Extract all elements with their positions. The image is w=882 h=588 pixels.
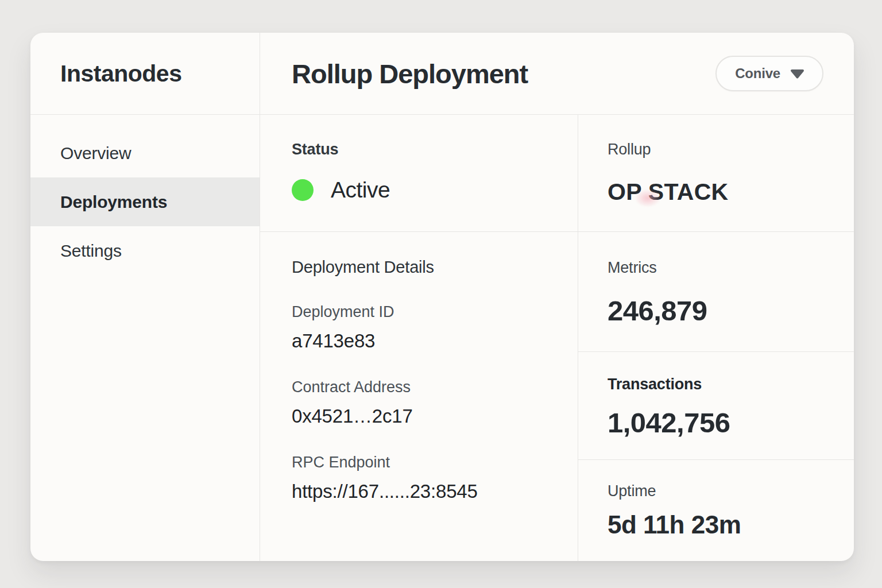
status-row: Active — [292, 177, 578, 203]
transactions-value: 1,042,756 — [608, 405, 854, 440]
sidebar: Overview Deployments Settings — [30, 115, 260, 561]
status-value: Active — [331, 177, 390, 203]
app-window: Instanodes Rollup Deployment Conive Over… — [30, 33, 854, 561]
network-selector-button[interactable]: Conive — [715, 56, 823, 91]
header-row: Instanodes Rollup Deployment Conive — [30, 33, 854, 115]
metrics-label: Metrics — [608, 258, 854, 277]
rollup-label: Rollup — [608, 140, 854, 159]
deployment-details-section: Deployment Details Deployment ID a7413e8… — [260, 232, 578, 503]
status-section: Status Active — [260, 115, 578, 232]
transactions-section: Transactions 1,042,756 — [578, 352, 854, 460]
deployment-details-title: Deployment Details — [292, 257, 578, 277]
sidebar-item-settings[interactable]: Settings — [30, 226, 260, 275]
status-label: Status — [292, 140, 578, 159]
sidebar-item-label: Settings — [60, 241, 122, 261]
rollup-value: OP STACK — [608, 177, 854, 206]
brand-cell: Instanodes — [30, 33, 260, 114]
metrics-section: Metrics 246,879 — [578, 232, 854, 352]
transactions-label: Transactions — [608, 375, 854, 394]
sidebar-item-label: Overview — [60, 144, 131, 163]
status-indicator-dot — [292, 179, 314, 201]
stats-column: Rollup OP STACK Metrics 246,879 Transact… — [578, 115, 854, 561]
uptime-value: 5d 11h 23m — [608, 510, 854, 540]
chevron-down-icon — [790, 68, 805, 79]
page-title: Rollup Deployment — [292, 58, 528, 90]
sidebar-item-label: Deployments — [60, 192, 167, 212]
deployment-id-label: Deployment ID — [292, 303, 578, 322]
header-main: Rollup Deployment Conive — [260, 33, 854, 114]
deployment-id-value: a7413e83 — [292, 330, 578, 353]
rpc-endpoint-value: https://167......23:8545 — [292, 480, 578, 503]
rollup-section: Rollup OP STACK — [578, 115, 854, 232]
rpc-endpoint-label: RPC Endpoint — [292, 453, 578, 472]
uptime-section: Uptime 5d 11h 23m — [578, 460, 854, 561]
contract-address-label: Contract Address — [292, 378, 578, 397]
metrics-value: 246,879 — [608, 293, 854, 328]
body-row: Overview Deployments Settings Status Act… — [30, 115, 854, 561]
sidebar-item-overview[interactable]: Overview — [30, 129, 260, 177]
brand-logo: Instanodes — [60, 60, 181, 87]
contract-address-value: 0x4521…2c17 — [292, 405, 578, 428]
sidebar-item-deployments[interactable]: Deployments — [30, 177, 260, 226]
uptime-label: Uptime — [608, 482, 854, 501]
deployment-id-field: Deployment ID a7413e83 — [292, 303, 578, 353]
network-selector-label: Conive — [735, 65, 780, 82]
contract-address-field: Contract Address 0x4521…2c17 — [292, 378, 578, 428]
rpc-endpoint-field: RPC Endpoint https://167......23:8545 — [292, 453, 578, 503]
deployment-column: Status Active Deployment Details Deploym… — [260, 115, 578, 561]
